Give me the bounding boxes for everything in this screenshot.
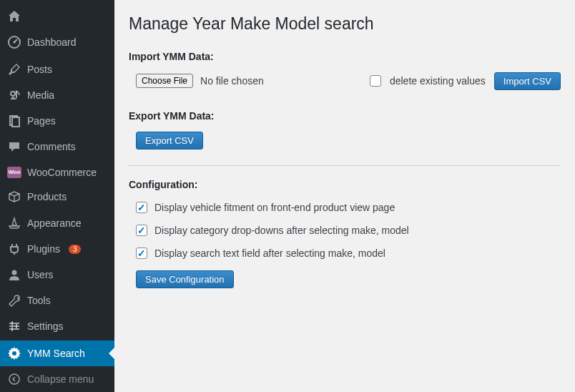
config-label-1: Display vehicle fitment on front-end pro… [154, 202, 395, 213]
sidebar-item-label: Products [27, 191, 67, 202]
sidebar-item-label: Pages [27, 115, 56, 127]
svg-rect-8 [9, 328, 19, 330]
sidebar-item-posts[interactable]: Posts [0, 57, 114, 82]
sidebar-item-label: Settings [27, 320, 64, 332]
choose-file-button[interactable]: Choose File [136, 74, 193, 88]
sidebar-item-ymm-search[interactable]: YMM Search [0, 340, 114, 366]
appearance-icon [7, 216, 21, 230]
sidebar-item-label: WooCommerce [27, 167, 97, 178]
tools-icon [7, 293, 21, 308]
config-checkbox-3[interactable] [136, 248, 147, 259]
config-label-2: Display category drop-downs after select… [154, 225, 409, 236]
svg-rect-10 [16, 324, 17, 328]
page-title: Manage Year Make Model search [129, 7, 561, 38]
divider [129, 165, 561, 166]
collapse-icon [7, 372, 21, 386]
sidebar-item-woocommerce[interactable]: Woo WooCommerce [0, 161, 114, 184]
config-row-2: Display category drop-downs after select… [129, 225, 561, 236]
sidebar-item-label: Media [27, 89, 54, 101]
config-checkbox-2[interactable] [136, 225, 147, 236]
sidebar-item-label: Appearance [27, 217, 82, 229]
svg-point-5 [12, 270, 17, 275]
settings-icon [7, 319, 21, 333]
sidebar-item-label: Dashboard [27, 36, 77, 48]
main-content: Manage Year Make Model search Import YMM… [114, 0, 575, 392]
sidebar-item-label: Collapse menu [27, 373, 94, 385]
sidebar-item-media[interactable]: Media [0, 82, 114, 108]
svg-point-2 [11, 92, 15, 96]
sidebar-item-plugins[interactable]: Plugins 3 [0, 236, 114, 262]
sidebar-item-label: Plugins [27, 243, 60, 255]
sidebar-item-pages[interactable]: Pages [0, 108, 114, 134]
sidebar-item-label: Posts [27, 64, 52, 75]
plugins-badge: 3 [69, 245, 82, 254]
media-icon [7, 88, 21, 102]
gear-icon [7, 346, 21, 361]
export-csv-button[interactable]: Export CSV [136, 132, 203, 150]
sidebar-item-collapse[interactable]: Collapse menu [0, 366, 114, 392]
woo-icon: Woo [7, 167, 21, 178]
sidebar-item-products[interactable]: Products [0, 184, 114, 210]
config-row-1: Display vehicle fitment on front-end pro… [129, 202, 561, 213]
delete-existing-label: delete existing values [390, 75, 486, 87]
sidebar-item-settings[interactable]: Settings [0, 313, 114, 339]
import-csv-button[interactable]: Import CSV [494, 72, 561, 90]
comment-icon [7, 139, 21, 154]
sidebar-item-label: Comments [27, 141, 76, 152]
svg-rect-9 [11, 321, 13, 325]
users-icon [7, 268, 21, 282]
page-icon [7, 114, 21, 128]
svg-rect-4 [12, 117, 19, 127]
sidebar-item-label: YMM Search [27, 348, 85, 359]
config-label-3: Display search text field after selectin… [154, 248, 385, 259]
svg-point-12 [9, 374, 19, 384]
svg-rect-11 [11, 327, 13, 331]
sidebar-item-label: Users [27, 269, 54, 280]
save-configuration-button[interactable]: Save Configuration [136, 270, 234, 288]
dashboard-icon [7, 35, 21, 49]
sidebar-item-comments[interactable]: Comments [0, 134, 114, 160]
svg-rect-7 [9, 325, 19, 327]
configuration-section-label: Configuration: [129, 179, 561, 190]
sidebar-item-appearance[interactable]: Appearance [0, 210, 114, 236]
sidebar-item-users[interactable]: Users [0, 262, 114, 288]
home-icon [7, 9, 21, 24]
sidebar-item-home[interactable] [0, 4, 114, 29]
pin-icon [7, 62, 21, 77]
sidebar-item-label: Tools [27, 295, 51, 306]
config-checkbox-1[interactable] [136, 202, 147, 213]
file-status: No file chosen [200, 75, 264, 87]
products-icon [7, 190, 21, 204]
svg-point-1 [14, 41, 16, 44]
svg-rect-6 [9, 323, 19, 324]
plugins-icon [7, 242, 21, 256]
import-row: Choose File No file chosen delete existi… [129, 72, 561, 90]
delete-existing-checkbox[interactable] [370, 75, 381, 87]
import-section-label: Import YMM Data: [129, 51, 561, 62]
sidebar-item-tools[interactable]: Tools [0, 288, 114, 313]
admin-sidebar: Dashboard Posts Media Pages Comments Woo… [0, 0, 114, 392]
export-section-label: Export YMM Data: [129, 110, 561, 122]
sidebar-item-dashboard[interactable]: Dashboard [0, 29, 114, 55]
config-row-3: Display search text field after selectin… [129, 248, 561, 259]
